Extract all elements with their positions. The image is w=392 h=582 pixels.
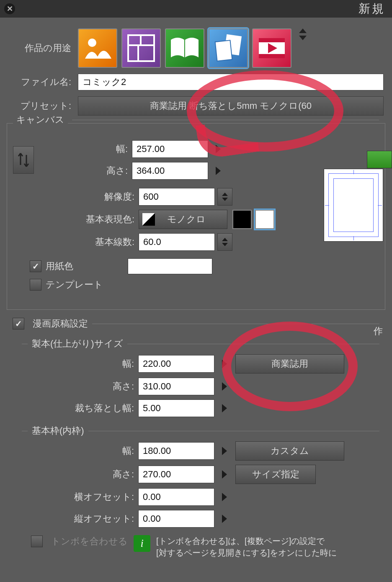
chevron-down-icon <box>299 36 307 40</box>
svg-rect-8 <box>259 38 285 42</box>
info-row: トンボを合わせる i [トンボを合わせる]は、[複数ページ]の設定で [対するペ… <box>31 535 379 559</box>
svg-rect-9 <box>259 54 285 58</box>
frame-width-label: 幅: <box>13 445 138 457</box>
finish-width-arrow-icon[interactable] <box>222 360 227 368</box>
frame-spec-value: サイズ指定 <box>252 468 299 481</box>
paper-color-label: 用紙色 <box>46 260 73 273</box>
v-offset-label: 縦オフセット: <box>13 512 138 525</box>
basic-lines-label: 基本線数: <box>13 236 139 248</box>
tile-scroll[interactable] <box>299 28 307 68</box>
preset-dropdown[interactable]: 商業誌用 断ち落とし5mm モノクロ(60 <box>78 96 384 116</box>
title-bar: ✕ 新規 <box>0 0 392 18</box>
template-checkbox[interactable] <box>30 279 41 291</box>
bleed-input[interactable] <box>138 399 214 417</box>
swap-wh-button[interactable] <box>13 146 34 174</box>
canvas-height-label: 高さ: <box>40 165 132 177</box>
frame-spec-dropdown[interactable]: サイズ指定 <box>235 465 316 484</box>
frame-height-input[interactable] <box>138 466 214 483</box>
swatch-black[interactable] <box>232 210 252 229</box>
window-title: 新規 <box>15 1 388 17</box>
mono-triangle-icon <box>139 210 158 229</box>
frame-height-label: 高さ: <box>13 468 138 481</box>
canvas-title: キャンバス <box>13 113 68 126</box>
basic-color-dropdown[interactable]: モノクロ <box>139 210 227 229</box>
manga-settings-checkbox[interactable] <box>13 318 24 330</box>
manga-panel: 漫画原稿設定 製本(仕上がり)サイズ 幅: 商業誌用 高さ: 裁ち落とし幅: 基… <box>7 317 385 564</box>
pages-icon <box>213 33 244 64</box>
svg-rect-6 <box>215 40 232 61</box>
open-book-icon <box>169 36 200 61</box>
v-offset-arrow-icon[interactable] <box>222 515 227 523</box>
frame-height-arrow-icon[interactable] <box>222 470 227 479</box>
right-green-button[interactable] <box>367 151 392 168</box>
tile-comic[interactable] <box>121 28 161 68</box>
info-text: [トンボを合わせる]は、[複数ページ]の設定で [対するページを見開きにする]を… <box>156 535 337 559</box>
file-name-input[interactable] <box>78 74 384 90</box>
file-name-label: ファイル名: <box>8 76 71 88</box>
tombo-label: トンボを合わせる <box>51 535 128 548</box>
finish-width-input[interactable] <box>138 355 214 373</box>
resolution-stepper[interactable] <box>217 188 232 206</box>
swap-arrows-icon <box>17 151 30 169</box>
swatch-white[interactable] <box>255 210 274 229</box>
chevron-up-icon <box>299 28 307 33</box>
h-offset-input[interactable] <box>138 488 214 506</box>
finish-height-arrow-icon[interactable] <box>222 382 227 391</box>
frame-preset-dropdown[interactable]: カスタム <box>235 441 344 461</box>
purpose-tiles <box>78 28 307 68</box>
tile-animation[interactable] <box>252 28 291 68</box>
resolution-input[interactable] <box>139 188 215 206</box>
frame-width-input[interactable] <box>138 442 214 460</box>
template-label: テンプレート <box>46 278 103 291</box>
top-section: 作品の用途 ファイル名: プリセ <box>0 18 392 116</box>
bleed-arrow-icon[interactable] <box>222 404 227 412</box>
illustration-icon <box>83 33 112 63</box>
h-offset-label: 横オフセット: <box>13 491 138 503</box>
h-offset-arrow-icon[interactable] <box>222 493 227 501</box>
frame-preset-value: カスタム <box>271 445 309 457</box>
close-button[interactable]: ✕ <box>4 3 15 14</box>
finish-height-label: 高さ: <box>13 380 138 393</box>
tombo-checkbox[interactable] <box>31 536 43 547</box>
finish-size-title: 製本(仕上がり)サイズ <box>32 337 123 350</box>
canvas-width-label: 幅: <box>40 143 132 155</box>
right-label-1: 作 <box>374 325 383 337</box>
basic-lines-input[interactable] <box>139 233 215 251</box>
bleed-label: 裁ち落とし幅: <box>13 402 138 415</box>
frame-width-arrow-icon[interactable] <box>222 447 227 455</box>
film-play-icon <box>256 35 287 62</box>
finish-width-label: 幅: <box>13 358 138 370</box>
tile-print[interactable] <box>209 28 248 68</box>
paper-color-checkbox[interactable] <box>30 260 41 272</box>
tile-illustration[interactable] <box>78 28 117 68</box>
basic-color-label: 基本表現色: <box>13 213 139 226</box>
finish-size-preset-dropdown[interactable]: 商業誌用 <box>235 354 344 373</box>
v-offset-input[interactable] <box>138 510 214 528</box>
basic-color-value: モノクロ <box>158 213 214 226</box>
info-icon: i <box>134 535 150 552</box>
close-icon: ✕ <box>7 4 13 13</box>
canvas-panel: キャンバス 幅: 高さ: 解像度: 基本表現色: <box>7 123 385 310</box>
manga-title: 漫画原稿設定 <box>33 317 88 330</box>
preset-label: プリセット: <box>8 100 71 112</box>
svg-point-0 <box>88 39 96 47</box>
finish-size-preset-value: 商業誌用 <box>271 358 308 370</box>
basic-lines-stepper[interactable] <box>217 233 232 251</box>
canvas-height-input[interactable] <box>132 162 208 180</box>
right-pane-slice: 作 <box>367 138 392 582</box>
purpose-label: 作品の用途 <box>8 42 71 54</box>
comic-panel-icon <box>126 33 157 64</box>
paper-color-box[interactable] <box>128 258 212 274</box>
width-arrow-icon[interactable] <box>216 145 221 153</box>
finish-height-input[interactable] <box>138 378 214 395</box>
height-arrow-icon[interactable] <box>216 167 221 175</box>
preset-value: 商業誌用 断ち落とし5mm モノクロ(60 <box>150 100 312 112</box>
inner-frame-title: 基本枠(内枠) <box>32 425 84 437</box>
resolution-label: 解像度: <box>13 191 139 203</box>
tile-book[interactable] <box>165 28 204 68</box>
canvas-width-input[interactable] <box>132 140 208 158</box>
